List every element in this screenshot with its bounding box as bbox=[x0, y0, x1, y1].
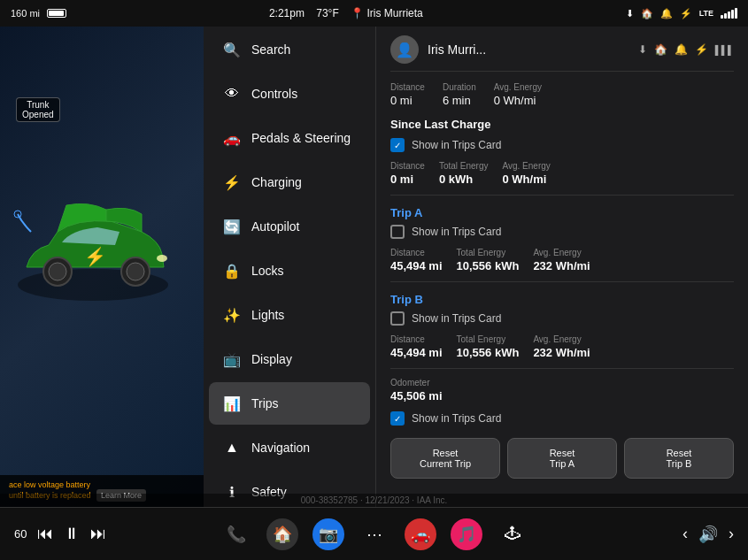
odometer-section: Odometer 45,506 mi bbox=[390, 378, 734, 403]
svg-text:⚡: ⚡ bbox=[84, 246, 106, 267]
controls-icon: 👁 bbox=[223, 85, 241, 103]
signal-strength-icon: ▌▌▌ bbox=[715, 45, 734, 55]
slc-distance-cell: Distance 0 mi bbox=[390, 161, 425, 186]
since-last-charge-title: Since Last Charge bbox=[390, 118, 734, 131]
car-display-panel: ⚡ Trunk Opened ace low voltage battery u… bbox=[0, 27, 204, 507]
sidebar-item-pedals-steering[interactable]: 🚗 Pedals & Steering bbox=[209, 117, 370, 159]
display-icon: 📺 bbox=[223, 350, 241, 368]
slc-avg-energy-cell: Avg. Energy 0 Wh/mi bbox=[503, 161, 551, 186]
svg-point-4 bbox=[127, 263, 144, 280]
volume-icon[interactable]: 🔊 bbox=[698, 525, 718, 544]
trip-b-data: Distance 45,494 mi Total Energy 10,556 k… bbox=[390, 334, 734, 359]
home-taskbar-icon[interactable]: 🏠 bbox=[266, 518, 298, 550]
sidebar-label-display: Display bbox=[251, 352, 292, 366]
sidebar-label-locks: Locks bbox=[251, 264, 284, 278]
autopilot-icon: 🔄 bbox=[223, 218, 241, 235]
volume-level: 60 bbox=[14, 527, 27, 541]
lights-icon: ✨ bbox=[223, 306, 241, 324]
current-energy-stat: Avg. Energy 0 Wh/mi bbox=[494, 82, 542, 107]
bell-icon: 🔔 bbox=[660, 8, 673, 19]
trip-b-distance-cell: Distance 45,494 mi bbox=[390, 334, 443, 359]
taskbar-center: 📞 🏠 📷 ⋯ 🚗 🎵 🕹 bbox=[220, 518, 528, 550]
trip-b-avg-energy-cell: Avg. Energy 232 Wh/mi bbox=[533, 334, 590, 359]
sidebar-item-navigation[interactable]: ▲ Navigation bbox=[209, 426, 370, 469]
current-distance-stat: Distance 0 mi bbox=[390, 82, 425, 107]
trip-a-trips-card[interactable]: Show in Trips Card bbox=[390, 225, 734, 239]
navigation-icon: ▲ bbox=[223, 439, 241, 456]
car-taskbar-icon[interactable]: 🚗 bbox=[405, 518, 436, 550]
prev-track-button[interactable]: ⏮ bbox=[37, 525, 53, 543]
home-icon: 🏠 bbox=[654, 43, 667, 56]
divider-1 bbox=[390, 195, 734, 196]
sidebar-item-locks[interactable]: 🔒 Locks bbox=[209, 249, 370, 292]
bluetooth-icon: ⚡ bbox=[680, 8, 692, 19]
sidebar-item-lights[interactable]: ✨ Lights bbox=[209, 294, 370, 336]
reset-trip-b-button[interactable]: ResetTrip B bbox=[624, 438, 734, 479]
download-status-icon: ⬇ bbox=[638, 43, 647, 56]
bluetooth-status-icon: ⚡ bbox=[695, 43, 708, 56]
right-arrow-icon[interactable]: › bbox=[729, 525, 734, 543]
sidebar-item-controls[interactable]: 👁 Controls bbox=[209, 73, 370, 115]
taskbar: 60 ⏮ ⏸ ⏭ 📞 🏠 📷 ⋯ 🚗 🎵 🕹 ‹ 🔊 › bbox=[0, 507, 748, 560]
trip-a-energy-cell: Total Energy 10,556 kWh bbox=[457, 248, 520, 272]
main-content-panel: 👤 Iris Murri... ⬇ 🏠 🔔 ⚡ ▌▌▌ Distance 0 m… bbox=[376, 27, 748, 507]
taskbar-right: ‹ 🔊 › bbox=[543, 525, 735, 544]
trip-b-energy-cell: Total Energy 10,556 kWh bbox=[457, 334, 520, 359]
lock-icon: 🔒 bbox=[223, 262, 241, 280]
left-arrow-icon[interactable]: ‹ bbox=[682, 525, 688, 543]
trunk-status: Trunk Opened bbox=[16, 97, 60, 122]
status-bar: 160 mi 2:21pm 73°F 📍 Iris Murrieta ⬇ 🏠 🔔… bbox=[0, 0, 748, 27]
odometer-trips-card[interactable]: ✓ Show in Trips Card bbox=[390, 411, 734, 426]
sidebar-label-lights: Lights bbox=[251, 308, 284, 322]
sidebar-item-display[interactable]: 📺 Display bbox=[209, 338, 370, 380]
reset-current-trip-button[interactable]: ResetCurrent Trip bbox=[390, 438, 500, 479]
slc-energy-cell: Total Energy 0 kWh bbox=[439, 161, 489, 186]
music-taskbar-icon[interactable]: 🎵 bbox=[451, 518, 482, 550]
profile-header: 👤 Iris Murri... ⬇ 🏠 🔔 ⚡ ▌▌▌ bbox=[390, 35, 734, 72]
divider-3 bbox=[390, 368, 734, 369]
trip-b-section: Trip B Show in Trips Card Distance 45,49… bbox=[390, 293, 734, 359]
sidebar-item-search[interactable]: 🔍 Search bbox=[209, 28, 370, 71]
notification-icon: 🔔 bbox=[675, 43, 688, 56]
sidebar-label-controls: Controls bbox=[251, 87, 297, 101]
camera-taskbar-icon[interactable]: 📷 bbox=[312, 518, 344, 550]
sidebar-label-search: Search bbox=[251, 42, 290, 57]
sidebar-label-charging: Charging bbox=[251, 175, 302, 189]
signal-bars bbox=[721, 8, 737, 19]
sidebar-item-charging[interactable]: ⚡ Charging bbox=[209, 161, 370, 203]
play-pause-button[interactable]: ⏸ bbox=[64, 525, 80, 543]
divider-2 bbox=[390, 281, 734, 282]
reset-buttons-row: ResetCurrent Trip ResetTrip A ResetTrip … bbox=[390, 438, 734, 479]
odometer-checkbox[interactable]: ✓ bbox=[390, 411, 405, 426]
trip-a-data: Distance 45,494 mi Total Energy 10,556 k… bbox=[390, 248, 734, 272]
svg-point-2 bbox=[49, 263, 66, 280]
phone-icon[interactable]: 📞 bbox=[220, 518, 252, 550]
car-svg: ⚡ bbox=[4, 188, 181, 329]
sidebar-label-pedals: Pedals & Steering bbox=[251, 131, 351, 145]
location-icon: 📍 bbox=[351, 7, 364, 19]
sidebar-menu: 🔍 Search 👁 Controls 🚗 Pedals & Steering … bbox=[204, 27, 376, 507]
more-options-icon[interactable]: ⋯ bbox=[359, 518, 390, 550]
trip-a-title: Trip A bbox=[390, 206, 734, 219]
sidebar-item-autopilot[interactable]: 🔄 Autopilot bbox=[209, 205, 370, 248]
trip-a-checkbox[interactable] bbox=[390, 225, 405, 239]
trip-a-avg-energy-cell: Avg. Energy 232 Wh/mi bbox=[533, 248, 590, 272]
battery-indicator bbox=[47, 9, 66, 18]
trip-b-checkbox[interactable] bbox=[390, 311, 405, 326]
trip-b-title: Trip B bbox=[390, 293, 734, 306]
sidebar-item-trips[interactable]: 📊 Trips bbox=[209, 382, 370, 425]
game-taskbar-icon[interactable]: 🕹 bbox=[497, 518, 528, 550]
next-track-button[interactable]: ⏭ bbox=[90, 525, 106, 543]
sidebar-label-autopilot: Autopilot bbox=[251, 219, 299, 234]
reset-trip-a-button[interactable]: ResetTrip A bbox=[507, 438, 617, 479]
home-status-icon: 🏠 bbox=[641, 8, 653, 19]
since-last-charge-checkbox[interactable]: ✓ bbox=[390, 138, 405, 152]
battery-fill bbox=[49, 11, 64, 16]
trip-b-trips-card[interactable]: Show in Trips Card bbox=[390, 311, 734, 326]
since-last-charge-trips-card[interactable]: ✓ Show in Trips Card bbox=[390, 138, 734, 152]
status-icons: ⬇ 🏠 🔔 ⚡ ▌▌▌ bbox=[638, 43, 734, 56]
current-trip-stats: Distance 0 mi Duration 6 min Avg. Energy… bbox=[390, 82, 734, 107]
status-left: 160 mi bbox=[11, 8, 66, 19]
sidebar-label-navigation: Navigation bbox=[251, 441, 310, 455]
svg-point-5 bbox=[157, 255, 167, 262]
